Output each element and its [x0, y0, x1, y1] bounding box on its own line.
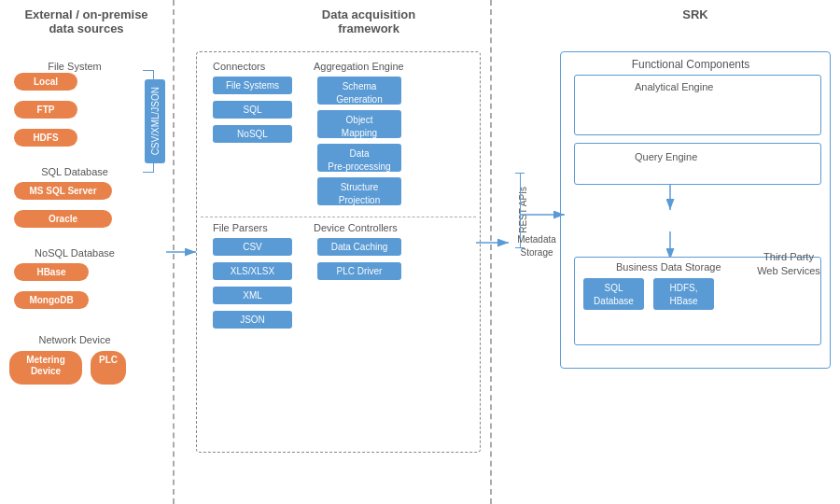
col-header-1: External / on-premisedata sources	[9, 7, 163, 35]
cat-nosql-database: NoSQL Database	[9, 247, 140, 259]
query-engine-border	[574, 143, 821, 185]
json-box: JSON	[213, 311, 292, 329]
hdfs-hbase-box: HDFS,HBase	[653, 278, 714, 310]
diagram-container: External / on-premisedata sources Data a…	[0, 0, 840, 504]
sql-database-box: SQLDatabase	[583, 278, 644, 310]
third-party-label: Third PartyWeb Services	[747, 250, 831, 278]
query-engine-label: Query Engine	[635, 151, 697, 162]
local-box: Local	[14, 73, 77, 91]
oracle-box: Oracle	[14, 210, 112, 228]
plc-box: PLC	[91, 351, 126, 385]
nosql-box: NoSQL	[213, 125, 292, 143]
hdfs-box: HDFS	[14, 129, 77, 147]
file-systems-box: File Systems	[213, 77, 292, 94]
metadata-storage-label: MetadataStorage	[504, 233, 569, 259]
connectors-label: Connectors	[213, 61, 265, 72]
ftp-box: FTP	[14, 101, 77, 119]
data-preprocessing-box: DataPre-processing	[317, 144, 401, 172]
rest-top-tick	[515, 173, 525, 174]
col-header-3: SRK	[560, 7, 831, 21]
mongodb-box: MongoDB	[14, 291, 89, 309]
col-header-2: Data acquisitionframework	[252, 7, 485, 35]
xml-box: XML	[213, 287, 292, 304]
cat-file-system: File System	[9, 61, 140, 72]
data-caching-box: Data Caching	[317, 238, 401, 256]
sql-box: SQL	[213, 101, 292, 119]
functional-components-label: Functional Components	[607, 58, 775, 71]
middle-separator	[201, 217, 476, 217]
plc-driver-box: PLC Driver	[317, 262, 401, 280]
cat-sql-database: SQL Database	[9, 166, 140, 177]
schema-generation-box: SchemaGeneration	[317, 77, 401, 105]
device-controllers-label: Device Controllers	[314, 222, 444, 233]
object-mapping-box: ObjectMapping	[317, 110, 401, 138]
csv-label: CSV/XML/JSON	[150, 87, 161, 155]
cat-network-device: Network Device	[9, 334, 140, 345]
metering-device-box: MeteringDevice	[9, 351, 82, 385]
business-data-storage-label: Business Data Storage	[616, 261, 721, 273]
analytical-engine-label: Analytical Engine	[635, 81, 713, 92]
vline-2	[490, 0, 492, 504]
csv-parser-box: CSV	[213, 238, 292, 256]
file-parsers-label: File Parsers	[213, 222, 268, 233]
csv-label-box: CSV/XML/JSON	[145, 79, 165, 163]
aggregation-engine-label: Aggregation Engine	[314, 61, 444, 72]
hbase-box: HBase	[14, 263, 89, 281]
structure-projection-box: StructureProjection	[317, 177, 401, 205]
vline-1	[173, 0, 175, 504]
ms-sql-box: MS SQL Server	[14, 182, 112, 200]
xls-xlsx-box: XLS/XLSX	[213, 262, 292, 280]
rest-arrow-svg	[520, 207, 571, 222]
